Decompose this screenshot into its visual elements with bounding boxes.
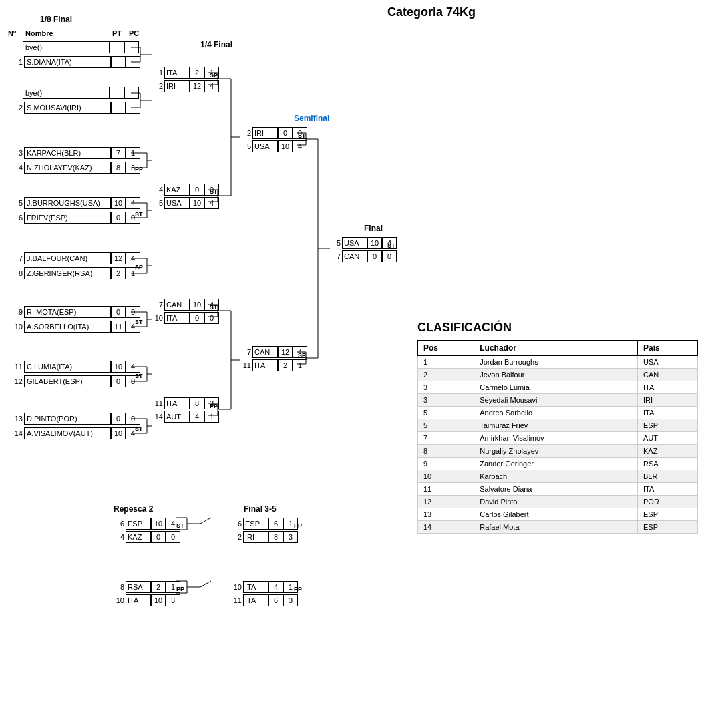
- col-no: Nº: [8, 29, 23, 37]
- match-row-bye1: bye(): [8, 41, 139, 53]
- cell-pos: 8: [418, 445, 474, 458]
- f35-match-1: 6 ESP 6 1 2 IRI 8 3: [231, 518, 298, 543]
- cell-country: AUT: [638, 432, 698, 445]
- cell-pos: 5: [418, 419, 474, 432]
- match-row-14: 14 A.VISALIMOV(AUT) 10 4: [8, 427, 140, 439]
- cell-country: ESP: [638, 521, 698, 534]
- qf-match-2: 4 KAZ 0 0 5 USA 10 4: [152, 184, 219, 209]
- table-row: 2 Jevon Balfour CAN: [418, 369, 698, 381]
- repesca-lines: [0, 501, 414, 712]
- sf-match-2: 7 CAN 12 4 11 ITA 2 1: [240, 346, 307, 371]
- sf-match-1: 2 IRI 0 0 5 USA 10 4: [240, 127, 307, 152]
- label-st-sf1: ST: [298, 132, 306, 139]
- classification-section: CLASIFICACIÓN Pos Luchador Pais 1 Jordan…: [417, 321, 718, 534]
- classification-title: CLASIFICACIÓN: [417, 321, 718, 335]
- match-row-4: 4 N.ZHOLAYEV(KAZ) 8 3: [8, 162, 140, 174]
- cell-country: KAZ: [638, 445, 698, 458]
- table-row: 5 Andrea Sorbello ITA: [418, 407, 698, 419]
- cell-name: Jordan Burroughs: [474, 356, 638, 369]
- cell-name: Carmelo Lumia: [474, 381, 638, 394]
- qf-match-1: 1 ITA 2 1 2 IRI 12 4: [152, 67, 219, 92]
- match-row-3: 3 KARPACH(BLR) 7 1: [8, 147, 140, 159]
- label-st-rep1: ST: [176, 522, 184, 529]
- repesca-match-2: 8 RSA 2 1 10 ITA 10 3: [114, 581, 180, 606]
- match-row-11: 11 C.LUMIA(ITA) 10 4: [8, 361, 140, 373]
- match-row-6: 6 FRIEV(ESP) 0 0: [8, 212, 140, 224]
- cell-country: ITA: [638, 483, 698, 496]
- cell-country: USA: [638, 356, 698, 369]
- label-pp-34: PP: [135, 166, 143, 172]
- match-row-2: 2 S.MOUSAVI(IRI): [8, 102, 140, 114]
- cell-country: POR: [638, 496, 698, 508]
- eighth-final-header: 1/8 Final: [40, 15, 72, 24]
- cell-pos: 2: [418, 369, 474, 381]
- cell-pos: 3: [418, 394, 474, 407]
- cell-country: BLR: [638, 470, 698, 483]
- cell-country: ITA: [638, 407, 698, 419]
- table-row: 3 Seyedali Mousavi IRI: [418, 394, 698, 407]
- match-row-9: 9 R. MOTA(ESP) 0 0: [8, 306, 140, 318]
- match-row-5: 5 J.BURROUGHS(USA) 10 4: [8, 197, 140, 209]
- cell-country: ITA: [638, 381, 698, 394]
- cell-pos: 9: [418, 458, 474, 470]
- cell-pos: 3: [418, 381, 474, 394]
- label-sp-qf1: SP: [210, 72, 218, 79]
- cell-name: David Pinto: [474, 496, 638, 508]
- label-pp-rep2: PP: [176, 586, 184, 592]
- match-row-1: 1 S.DIANA(ITA): [8, 56, 140, 68]
- cell-pos: 13: [418, 508, 474, 521]
- cell-pos: 7: [418, 432, 474, 445]
- table-row: 7 Amirkhan Visalimov AUT: [418, 432, 698, 445]
- match-row-7: 7 J.BALFOUR(CAN) 12 4: [8, 252, 140, 264]
- table-row: 9 Zander Geringer RSA: [418, 458, 698, 470]
- quarter-final-header: 1/4 Final: [200, 40, 232, 49]
- table-row: 8 Nurgaliy Zholayev KAZ: [418, 445, 698, 458]
- label-st-910: ST: [135, 319, 143, 325]
- cell-name: Andrea Sorbello: [474, 407, 638, 419]
- table-row: 13 Carlos Gilabert ESP: [418, 508, 698, 521]
- col-pc: PC: [129, 29, 146, 37]
- qf-match-4: 11 ITA 8 3 14 AUT 4 1: [152, 397, 219, 423]
- label-sp-sf2: SP: [298, 352, 306, 359]
- label-pp-qf4: PP: [210, 403, 218, 409]
- col-pos: Pos: [418, 341, 474, 356]
- label-st-56: ST: [135, 211, 143, 218]
- col-pais: Pais: [638, 341, 698, 356]
- table-row: 10 Karpach BLR: [418, 470, 698, 483]
- match-row-bye2: bye(): [8, 87, 139, 99]
- table-row: 14 Rafael Mota ESP: [418, 521, 698, 534]
- cell-name: Zander Geringer: [474, 458, 638, 470]
- cell-name: Jevon Balfour: [474, 369, 638, 381]
- label-st-1112: ST: [135, 373, 143, 379]
- match-row-10: 10 A.SORBELLO(ITA) 11 4: [8, 321, 140, 333]
- cell-country: CAN: [638, 369, 698, 381]
- cell-name: Nurgaliy Zholayev: [474, 445, 638, 458]
- svg-line-66: [200, 518, 211, 524]
- final-header: Final: [364, 224, 383, 233]
- cell-name: Amirkhan Visalimov: [474, 432, 638, 445]
- qf-match-3: 7 CAN 10 4 10 ITA 0 0: [152, 299, 219, 324]
- page-title: Categoria 74Kg: [387, 5, 476, 19]
- cell-name: Taimuraz Friev: [474, 419, 638, 432]
- cell-pos: 1: [418, 356, 474, 369]
- cell-name: Salvatore Diana: [474, 483, 638, 496]
- cell-name: Rafael Mota: [474, 521, 638, 534]
- cell-pos: 5: [418, 407, 474, 419]
- classification-table: Pos Luchador Pais 1 Jordan Burroughs USA…: [417, 340, 698, 534]
- label-sp-78: SP: [135, 264, 143, 271]
- svg-line-71: [200, 581, 211, 587]
- f35-match-2: 10 ITA 4 1 11 ITA 6 3: [231, 581, 298, 606]
- label-st-1314: ST: [135, 425, 143, 432]
- final35-header: Final 3-5: [244, 504, 277, 514]
- label-st-final: ST: [387, 242, 395, 249]
- cell-pos: 10: [418, 470, 474, 483]
- cell-pos: 14: [418, 521, 474, 534]
- cell-country: RSA: [638, 458, 698, 470]
- cell-name: Carlos Gilabert: [474, 508, 638, 521]
- semifinal-header: Semifinal: [294, 114, 329, 123]
- label-st-qf3: ST: [210, 304, 218, 311]
- cell-country: IRI: [638, 394, 698, 407]
- match-row-12: 12 GILABERT(ESP) 0 0: [8, 375, 140, 387]
- repesca-header: Repesca 2: [114, 504, 153, 514]
- label-pp-f352: PP: [294, 586, 302, 592]
